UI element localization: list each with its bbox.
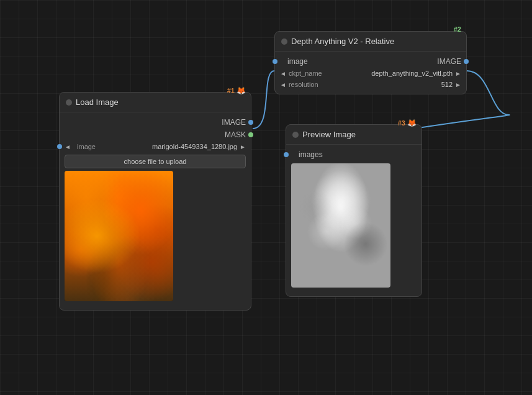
param-name-ckpt: ckpt_name (289, 70, 322, 77)
marigold-petal-overlay (65, 171, 173, 301)
preview-image-status-dot (292, 132, 299, 138)
load-image-status-dot (66, 99, 72, 106)
fox-icon-1: 🦊 (237, 86, 246, 95)
preview-image-badge: #3 🦊 (398, 119, 417, 127)
param-value-image: marigold-4549334_1280.jpg (98, 143, 237, 150)
depth-anything-body: image IMAGE ◄ ckpt_name depth_anything_v… (275, 52, 466, 94)
param-arrow-right-res[interactable]: ► (455, 81, 461, 88)
preview-image-depth-area (291, 163, 390, 288)
depth-resolution-param: ◄ resolution 512 ► (275, 79, 466, 90)
depth-ckpt-param: ◄ ckpt_name depth_anything_v2_vitl.pth ► (275, 68, 466, 79)
param-arrow-left-ckpt[interactable]: ◄ (280, 70, 286, 77)
param-arrow-left-image[interactable]: ◄ (65, 143, 71, 150)
fox-icon-3: 🦊 (407, 119, 417, 127)
preview-images-in-port[interactable] (284, 152, 289, 157)
preview-image-title: Preview Image (302, 130, 356, 139)
param-name-res: resolution (289, 81, 318, 88)
depth-image-port-row: image IMAGE (275, 55, 466, 68)
depth-image-in-port[interactable] (273, 59, 277, 64)
depth-anything-badge: #2 (454, 25, 461, 33)
load-image-image-in-port[interactable] (57, 144, 62, 149)
load-image-mask-port: MASK (60, 129, 251, 141)
preview-image-node: Preview Image #3 🦊 images (286, 124, 422, 297)
depth-image-out-port[interactable] (464, 59, 469, 64)
depth-anything-title: Depth Anything V2 - Relative (291, 37, 394, 46)
upload-button[interactable]: choose file to upload (65, 155, 246, 168)
depth-anything-header: Depth Anything V2 - Relative #2 (275, 32, 466, 52)
load-image-body: IMAGE MASK ◄ image marigold-4549334_1280… (60, 112, 251, 310)
param-name-image: image (73, 143, 96, 150)
preview-image-header: Preview Image #3 🦊 (286, 125, 422, 145)
param-arrow-right-image[interactable]: ► (240, 143, 246, 150)
depth-anything-node: Depth Anything V2 - Relative #2 image IM… (274, 31, 467, 94)
preview-image-body: images (286, 145, 422, 296)
load-image-title: Load Image (76, 98, 119, 107)
load-image-node: Load Image #1 🦊 IMAGE MASK ◄ image marig… (59, 92, 251, 311)
preview-images-port: images (286, 148, 422, 161)
depth-image-overlay (291, 163, 390, 288)
load-image-badge: #1 🦊 (227, 86, 246, 95)
depth-image-display (291, 163, 390, 288)
load-image-param-image: ◄ image marigold-4549334_1280.jpg ► (60, 141, 251, 152)
param-value-ckpt: depth_anything_v2_vitl.pth (325, 70, 453, 77)
load-image-image-port: IMAGE (60, 116, 251, 129)
param-arrow-right-ckpt[interactable]: ► (455, 70, 461, 77)
load-image-header: Load Image #1 🦊 (60, 93, 251, 112)
marigold-image (65, 171, 173, 301)
connection-load-to-depth (253, 71, 274, 129)
param-value-res: 512 (321, 81, 453, 88)
load-image-mask-out-port[interactable] (248, 132, 253, 137)
param-arrow-left-res[interactable]: ◄ (280, 81, 286, 88)
load-image-preview (65, 171, 173, 301)
depth-anything-status-dot (281, 39, 287, 45)
load-image-image-out-port[interactable] (248, 120, 253, 125)
